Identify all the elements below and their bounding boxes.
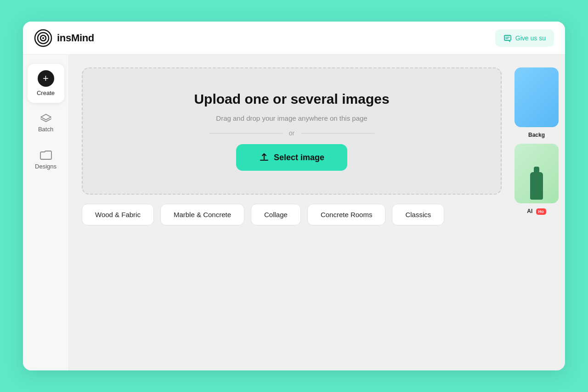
sidebar-item-designs[interactable]: Designs: [28, 143, 64, 176]
categories: Wood & Fabric Marble & Concrete Collage …: [82, 204, 502, 225]
bottle-shape: [530, 172, 543, 200]
category-marble-concrete[interactable]: Marble & Concrete: [160, 204, 244, 225]
stack-icon: [40, 113, 52, 123]
sidebar: + Create Batch Designs: [23, 55, 69, 370]
sidebar-item-create[interactable]: + Create: [28, 64, 64, 103]
header: insMind Give us su: [23, 22, 565, 55]
sidebar-designs-label: Designs: [35, 163, 57, 170]
right-card-backgrounds[interactable]: Backg: [514, 67, 559, 139]
svg-rect-4: [504, 35, 511, 40]
select-image-label: Select image: [274, 153, 324, 162]
logo-text: insMind: [57, 32, 94, 44]
select-image-button[interactable]: Select image: [236, 144, 347, 171]
ai-label: AI Ho: [514, 205, 559, 216]
divider-line-right: [301, 133, 374, 134]
body: + Create Batch Designs: [23, 55, 565, 370]
hot-badge: Ho: [536, 208, 546, 215]
upload-divider: or: [209, 129, 374, 137]
feedback-icon: [503, 34, 512, 42]
feedback-button[interactable]: Give us su: [495, 29, 554, 47]
feedback-label: Give us su: [515, 34, 546, 42]
category-classics[interactable]: Classics: [392, 204, 444, 225]
logo-icon: [34, 29, 52, 47]
upload-icon: [259, 152, 269, 162]
main-content: Upload one or several images Drag and dr…: [69, 55, 514, 370]
divider-text: or: [289, 129, 294, 137]
sidebar-item-batch[interactable]: Batch: [28, 106, 64, 139]
green-card-image: [514, 144, 559, 203]
right-card-ai[interactable]: AI Ho: [514, 144, 559, 216]
category-collage-label: Collage: [264, 211, 288, 218]
category-marble-concrete-label: Marble & Concrete: [174, 211, 231, 218]
backgrounds-label: Backg: [514, 129, 559, 139]
divider-line-left: [209, 133, 283, 134]
upload-title: Upload one or several images: [194, 91, 389, 107]
category-wood-fabric-label: Wood & Fabric: [95, 211, 141, 218]
plus-icon: +: [38, 70, 54, 87]
category-concrete-rooms[interactable]: Concrete Rooms: [307, 204, 386, 225]
sidebar-create-label: Create: [37, 90, 55, 96]
upload-area[interactable]: Upload one or several images Drag and dr…: [82, 67, 502, 195]
category-wood-fabric[interactable]: Wood & Fabric: [82, 204, 154, 225]
right-panel: Backg AI Ho: [514, 55, 565, 370]
category-classics-label: Classics: [405, 211, 431, 218]
upload-subtitle: Drag and drop your image anywhere on thi…: [216, 114, 367, 122]
sidebar-batch-label: Batch: [38, 126, 53, 133]
logo-area: insMind: [34, 29, 94, 47]
category-concrete-rooms-label: Concrete Rooms: [321, 211, 373, 218]
svg-point-3: [42, 37, 44, 39]
blue-card-image: [514, 67, 559, 127]
folder-icon: [40, 149, 52, 160]
category-collage[interactable]: Collage: [251, 204, 301, 225]
